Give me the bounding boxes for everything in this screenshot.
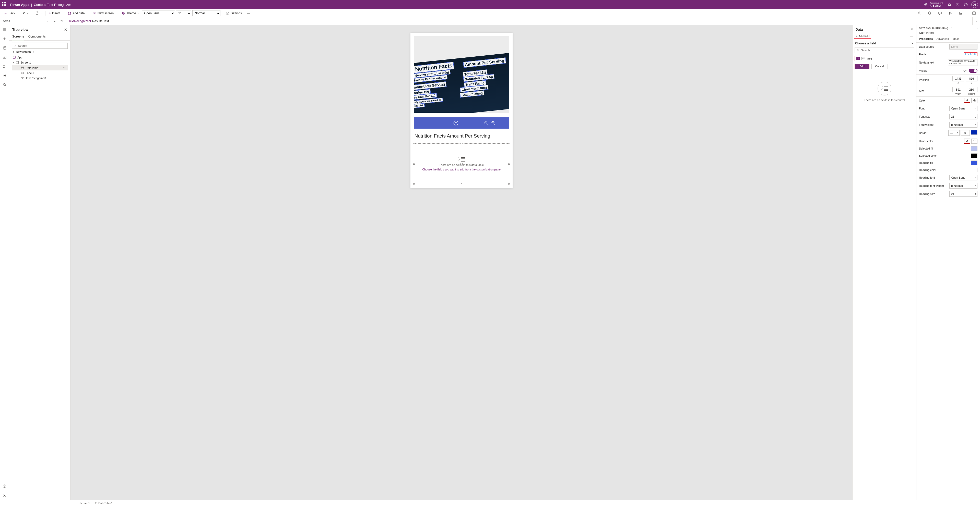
border-color-swatch[interactable] <box>971 130 977 135</box>
text-type-icon: abc <box>861 57 865 60</box>
pos-y-input[interactable] <box>966 76 977 81</box>
border-style-select[interactable]: —▾ <box>948 130 959 136</box>
font-weight-select[interactable]: Normal <box>192 10 220 16</box>
font-size-input-prop[interactable]: 21▲▼ <box>949 114 977 119</box>
rail-settings-icon[interactable] <box>2 484 7 489</box>
no-data-text-input[interactable]: We didn't find any data to show at this <box>948 59 977 66</box>
heading-color-swatch[interactable] <box>971 168 977 172</box>
tree-item-label1[interactable]: Label1 <box>12 70 68 76</box>
tab-advanced[interactable]: Advanced <box>936 36 949 42</box>
rail-variables-icon[interactable] <box>2 73 7 78</box>
zoom-out-icon[interactable] <box>484 121 488 125</box>
hover-fill-button[interactable] <box>971 138 977 144</box>
height-input[interactable] <box>966 87 977 92</box>
tab-ideas[interactable]: Ideas <box>952 36 959 42</box>
field-search-input[interactable]: Search <box>854 47 914 53</box>
rail-power-automate-icon[interactable] <box>2 64 7 69</box>
tab-components[interactable]: Components <box>29 33 46 40</box>
label-control[interactable]: Nutrition Facts Amount Per Serving <box>414 133 509 139</box>
svg-rect-18 <box>16 62 19 64</box>
save-icon[interactable]: ▾ <box>957 10 967 17</box>
back-button[interactable]: ←Back <box>2 10 18 17</box>
undo-button[interactable]: ↶▾ <box>21 10 30 17</box>
property-selector[interactable]: Items▾ <box>0 18 51 24</box>
tree-item-screen1[interactable]: ▾Screen1 <box>12 60 68 65</box>
checkbox-icon[interactable]: ✓ <box>856 57 860 60</box>
hover-text-button[interactable]: A <box>964 138 970 144</box>
datatable-control[interactable]: There are no fields in this data table C… <box>414 143 509 184</box>
help-icon[interactable] <box>962 0 970 9</box>
user-avatar[interactable]: DB <box>971 1 978 8</box>
color-text-button[interactable]: A <box>964 98 970 103</box>
choose-close-icon[interactable]: ✕ <box>911 42 913 45</box>
pos-x-input[interactable] <box>952 76 964 81</box>
cancel-button[interactable]: Cancel <box>872 64 888 69</box>
footer-screen[interactable]: Screen1 <box>76 502 90 505</box>
font-select[interactable]: Open Sans <box>142 10 175 16</box>
tree-item-more-icon[interactable]: ⋯ <box>63 66 67 70</box>
environment-selector[interactable]: EnvironmentAI Builder <box>924 2 943 7</box>
tree-item-datatable1[interactable]: DataTable1⋯ <box>12 65 68 70</box>
settings-icon[interactable] <box>953 0 962 9</box>
edit-fields-button[interactable]: Edit fields <box>964 52 977 56</box>
expand-formula-icon[interactable]: ▾ <box>972 17 980 25</box>
field-option-text[interactable]: ✓ abc Text <box>854 56 914 61</box>
border-width-input[interactable] <box>961 130 970 136</box>
data-source-input[interactable]: None <box>949 44 977 49</box>
new-screen-button[interactable]: New screen▾ <box>91 10 119 17</box>
zoom-in-icon[interactable] <box>491 121 495 125</box>
rail-insert-icon[interactable] <box>2 36 7 41</box>
add-data-button[interactable]: Add data▾ <box>66 10 90 17</box>
tree-search-input[interactable]: Search <box>12 43 68 49</box>
theme-button[interactable]: Theme▾ <box>119 10 141 17</box>
add-field-button[interactable]: +Add field <box>854 34 871 38</box>
checker-icon[interactable] <box>926 10 934 17</box>
notifications-icon[interactable] <box>945 0 953 9</box>
width-input[interactable] <box>952 87 964 92</box>
upload-icon[interactable] <box>453 121 458 125</box>
overflow-button[interactable]: ⋯ <box>245 10 252 17</box>
info-icon[interactable]: ⓘ <box>950 27 952 30</box>
field-overflow-icon[interactable]: ⋯ <box>908 35 915 38</box>
rail-ask-icon[interactable] <box>2 493 7 498</box>
color-fill-button[interactable] <box>971 98 977 103</box>
settings-button[interactable]: Settings <box>224 10 243 17</box>
font-select-prop[interactable]: Open Sans▾ <box>949 106 977 111</box>
heading-size-input[interactable]: 21▲▼ <box>949 191 977 197</box>
canvas-area[interactable]: Nutrition Facts Amount Per Serving Servi… <box>70 25 852 500</box>
rail-media-icon[interactable] <box>2 55 7 60</box>
selected-fill-swatch[interactable] <box>971 146 977 151</box>
tab-screens[interactable]: Screens <box>12 33 24 40</box>
rail-data-icon[interactable] <box>2 45 7 51</box>
selected-color-swatch[interactable] <box>971 153 977 158</box>
comments-icon[interactable] <box>936 10 944 17</box>
text-recognizer-control[interactable]: Nutrition Facts Amount Per Serving Servi… <box>414 36 509 113</box>
control-name[interactable]: DataTable1 <box>916 31 980 36</box>
tree-item-textrecognizer1[interactable]: TextRecognizer1 <box>12 76 68 81</box>
waffle-icon[interactable] <box>2 2 7 7</box>
data-panel-close-icon[interactable]: ✕ <box>911 28 913 31</box>
publish-icon[interactable] <box>970 10 978 17</box>
rail-tree-icon[interactable] <box>2 27 7 32</box>
tree-new-screen[interactable]: +New screen▾ <box>12 49 68 55</box>
props-chevron-icon[interactable]: › <box>977 27 977 30</box>
ai-copilot-icon[interactable] <box>915 10 923 17</box>
heading-font-select[interactable]: Open Sans▾ <box>949 175 977 181</box>
preview-icon[interactable] <box>947 10 954 17</box>
formula-input[interactable]: fx▾ TextRecognizer1.Results.Text <box>58 19 972 23</box>
tab-properties[interactable]: Properties <box>919 36 933 42</box>
tree-title: Tree view <box>12 27 29 32</box>
heading-fw-select[interactable]: B Normal▾ <box>949 183 977 189</box>
heading-fill-swatch[interactable] <box>971 160 977 165</box>
paste-button[interactable]: ▾ <box>33 10 44 17</box>
font-weight-select-prop[interactable]: B Normal▾ <box>949 122 977 128</box>
tree-close-icon[interactable]: ✕ <box>64 27 67 32</box>
footer-datatable[interactable]: DataTable1 <box>94 502 113 505</box>
tree-item-app[interactable]: App <box>12 55 68 60</box>
data-panel: Data✕ +Add field ⋯ Choose a field✕ Searc… <box>852 25 916 500</box>
visible-toggle[interactable] <box>969 69 977 73</box>
insert-button[interactable]: +Insert▾ <box>47 10 65 17</box>
rail-search-icon[interactable] <box>2 82 7 87</box>
font-size-select[interactable]: 21 <box>176 10 191 16</box>
add-button[interactable]: Add <box>854 64 869 69</box>
